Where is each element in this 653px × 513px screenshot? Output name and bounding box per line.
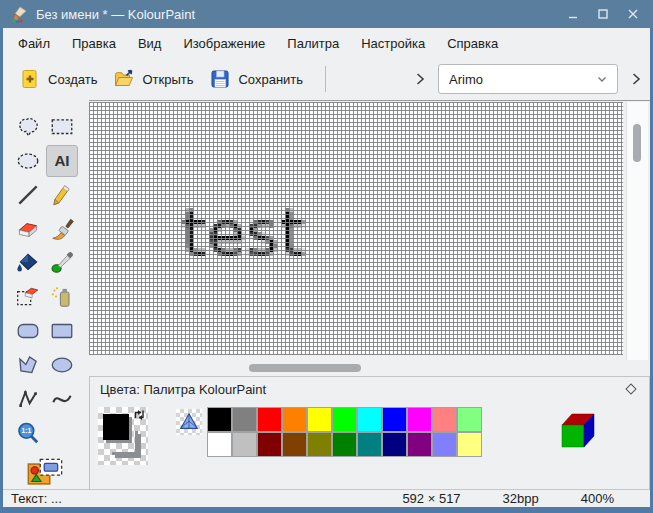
zoom-icon: 1:1 [15, 420, 41, 446]
tool-color-picker-button[interactable] [46, 247, 78, 279]
color-swatch[interactable] [257, 407, 282, 432]
tool-eraser-button[interactable] [12, 213, 44, 245]
save-icon [209, 68, 231, 90]
color-swatch[interactable] [232, 407, 257, 432]
chevron-down-icon [595, 72, 609, 86]
color-swatch[interactable] [332, 432, 357, 457]
rectangle-icon [49, 318, 75, 344]
swap-colors-icon[interactable] [132, 407, 148, 423]
brush-icon [49, 216, 75, 242]
horizontal-scrollbar-thumb[interactable] [249, 364, 361, 372]
spraycan-icon [49, 284, 75, 310]
color-swatch[interactable] [282, 432, 307, 457]
main-toolbar: Создать Открыть [3, 58, 650, 100]
tool-text-button[interactable]: AI [46, 145, 78, 177]
tool-brush-button[interactable] [46, 213, 78, 245]
tool-ellipse-button[interactable] [46, 349, 78, 381]
thumbnail-icon [26, 456, 64, 488]
rgb-cube-icon[interactable] [555, 409, 603, 453]
tool-spraycan-button[interactable] [46, 281, 78, 313]
vertical-scrollbar-thumb[interactable] [633, 124, 641, 162]
maximize-icon[interactable] [595, 6, 611, 22]
color-swatch[interactable] [432, 432, 457, 457]
free-form-selection-icon [15, 114, 41, 140]
status-dimensions: 592 × 517 [402, 491, 460, 506]
horizontal-scrollbar[interactable] [89, 362, 623, 374]
tool-rounded-rectangle-button[interactable] [12, 315, 44, 347]
new-button-label: Создать [48, 72, 97, 87]
color-swatch[interactable] [207, 407, 232, 432]
menu-palette[interactable]: Палитра [276, 31, 350, 56]
eraser-icon [15, 216, 41, 242]
close-icon[interactable] [625, 6, 641, 22]
tool-line-button[interactable] [12, 179, 44, 211]
color-eraser-icon [15, 284, 41, 310]
dock-title: Цвета: Палитра KolourPaint [100, 382, 627, 397]
titlebar[interactable]: Без имени * — KolourPaint [0, 0, 653, 28]
vertical-scrollbar[interactable] [626, 102, 648, 360]
color-picker-icon [49, 250, 75, 276]
color-swatch[interactable] [307, 407, 332, 432]
font-family-combobox[interactable]: Arimo [438, 64, 618, 94]
statusbar: Текст: ... 592 × 517 32bpp 400% [3, 489, 650, 507]
menu-edit[interactable]: Правка [61, 31, 127, 56]
tool-zoom-button[interactable]: 1:1 [12, 417, 44, 449]
color-swatch[interactable] [407, 432, 432, 457]
window-border-bottom [0, 507, 653, 513]
paint-canvas[interactable] [89, 102, 623, 355]
menu-settings[interactable]: Настройка [350, 31, 436, 56]
dock-header[interactable]: Цвета: Палитра KolourPaint [90, 377, 649, 401]
kolourpaint-brush-icon [10, 5, 28, 23]
menu-image[interactable]: Изображение [172, 31, 276, 56]
open-button[interactable]: Открыть [105, 62, 201, 96]
color-swatch[interactable] [457, 407, 482, 432]
toolbar-overflow-left-icon[interactable] [412, 71, 428, 87]
tool-curve-button[interactable] [46, 383, 78, 415]
color-swatch[interactable] [332, 407, 357, 432]
connected-lines-icon [15, 386, 41, 412]
status-zoom: 400% [581, 491, 614, 506]
diamond-icon[interactable] [625, 383, 636, 394]
rounded-rectangle-icon [15, 318, 41, 344]
toolbar-overflow-right-icon[interactable] [628, 71, 644, 87]
color-swatch[interactable] [232, 432, 257, 457]
color-swatch[interactable] [357, 407, 382, 432]
menu-help[interactable]: Справка [436, 31, 509, 56]
minimize-icon[interactable] [565, 6, 581, 22]
color-swatch[interactable] [357, 432, 382, 457]
status-left-text: Текст: ... [11, 491, 360, 506]
menu-view[interactable]: Вид [127, 31, 173, 56]
tool-color-eraser-button[interactable] [12, 281, 44, 313]
tool-elliptical-selection-button[interactable] [12, 145, 44, 177]
tool-rectangular-selection-button[interactable] [46, 111, 78, 143]
save-button[interactable]: Сохранить [201, 62, 311, 96]
rectangular-selection-icon [49, 114, 75, 140]
color-swatch[interactable] [432, 407, 457, 432]
color-swatch[interactable] [207, 432, 232, 457]
text-tool-icon: AI [49, 148, 75, 174]
color-swatch[interactable] [382, 407, 407, 432]
color-swatch[interactable] [382, 432, 407, 457]
thumbnail-button[interactable] [22, 452, 68, 492]
color-swatch[interactable] [457, 432, 482, 457]
color-swatch[interactable] [257, 432, 282, 457]
color-similarity-icon[interactable] [176, 409, 202, 435]
new-button[interactable]: Создать [11, 62, 105, 96]
color-grid [208, 407, 483, 457]
tool-rectangle-button[interactable] [46, 315, 78, 347]
color-swatch[interactable] [282, 407, 307, 432]
menu-file[interactable]: Файл [7, 31, 61, 56]
foreground-color-swatch[interactable] [103, 414, 129, 440]
tool-flood-fill-button[interactable] [12, 247, 44, 279]
tool-free-form-selection-button[interactable] [12, 111, 44, 143]
tool-polygon-button[interactable] [12, 349, 44, 381]
flood-fill-icon [15, 250, 41, 276]
foreground-background-color-selector[interactable] [98, 407, 148, 465]
tool-pen-button[interactable] [46, 179, 78, 211]
kolourpaint-window: Без имени * — KolourPaint Файл Правка Ви… [0, 0, 653, 513]
color-swatch[interactable] [407, 407, 432, 432]
window-title: Без имени * — KolourPaint [36, 7, 557, 22]
line-tool-icon [15, 182, 41, 208]
tool-connected-lines-button[interactable] [12, 383, 44, 415]
color-swatch[interactable] [307, 432, 332, 457]
